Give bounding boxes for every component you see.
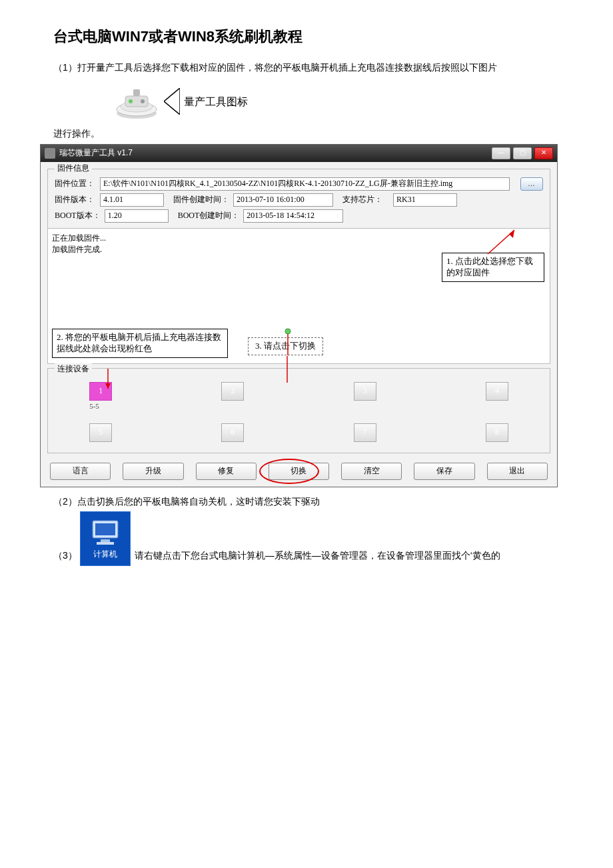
computer-caption: 计算机 (93, 549, 117, 560)
boot-time-label: BOOT创建时间： (178, 210, 240, 221)
production-tool-icon (113, 81, 160, 123)
chip-value: RK31 (393, 193, 457, 207)
svg-point-4 (129, 99, 133, 103)
devices-group: 连接设备 15-5 2 3 4 5 6 7 8 (47, 368, 550, 453)
fw-ver-label: 固件版本： (55, 194, 96, 205)
svg-rect-19 (97, 542, 114, 545)
svg-point-5 (141, 99, 145, 103)
device-slot-3[interactable]: 3 (354, 382, 376, 401)
annotation-2: 2. 将您的平板电脑开机后插上充电器连接数据线此处就会出现粉红色 (52, 329, 228, 358)
computer-icon: 计算机 (80, 511, 131, 566)
device-slot-1[interactable]: 15-5 (89, 382, 112, 410)
boot-ver-value: 1.20 (105, 209, 169, 223)
firmware-info-legend: 固件信息 (55, 163, 92, 174)
app-window: 瑞芯微量产工具 v1.7 — ▢ ✕ 固件信息 固件位置： E:\软件\N101… (40, 144, 558, 487)
browse-button[interactable]: ... (520, 177, 543, 191)
step2: （2）点击切换后您的平板电脑将自动关机，这时请您安装下驱动 (53, 494, 560, 509)
clear-button[interactable]: 清空 (341, 463, 402, 480)
exit-button[interactable]: 退出 (487, 463, 548, 480)
step1-intro: （1）打开量产工具后选择您下载相对应的固件，将您的平板电脑开机插上充电器连接数据… (53, 60, 560, 75)
device-sub: 5-5 (89, 402, 112, 410)
device-slot-2[interactable]: 2 (221, 382, 244, 401)
log-line: 正在加载固件... (52, 233, 546, 244)
language-button[interactable]: 语言 (50, 463, 111, 480)
boot-time-value: 2013-05-18 14:54:12 (243, 209, 343, 223)
switch-button[interactable]: 切换 (269, 463, 329, 480)
arrow-left-icon (164, 88, 180, 117)
titlebar: 瑞芯微量产工具 v1.7 — ▢ ✕ (41, 145, 557, 162)
step1-continue: 进行操作。 (53, 126, 560, 141)
tool-icon-block: 量产工具图标 (113, 81, 560, 123)
step3-prefix: （3） (53, 550, 77, 566)
path-label: 固件位置： (55, 178, 96, 189)
svg-rect-18 (101, 539, 110, 542)
device-slot-8[interactable]: 8 (486, 423, 508, 442)
annotation-1: 1. 点击此处选择您下载的对应固件 (442, 253, 544, 282)
fw-time-value: 2013-07-10 16:01:00 (233, 193, 333, 207)
device-slot-6[interactable]: 6 (221, 423, 244, 442)
devices-legend: 连接设备 (55, 363, 92, 375)
repair-button[interactable]: 修复 (196, 463, 257, 480)
device-slot-7[interactable]: 7 (354, 423, 376, 442)
svg-marker-7 (164, 88, 180, 115)
fw-ver-value: 4.1.01 (100, 193, 164, 207)
chip-label: 支持芯片： (342, 194, 389, 205)
page-title: 台式电脑WIN7或者WIN8系统刷机教程 (53, 27, 560, 47)
svg-point-10 (285, 329, 291, 334)
svg-rect-17 (95, 523, 115, 535)
window-minimize-button[interactable]: — (492, 147, 510, 159)
firmware-path-input[interactable]: E:\软件\N101\N101四核RK_4.1_20130504-ZZ\N101… (100, 177, 510, 191)
firmware-info-group: 固件信息 固件位置： E:\软件\N101\N101四核RK_4.1_20130… (47, 169, 550, 228)
window-title: 瑞芯微量产工具 v1.7 (59, 147, 133, 159)
device-slot-4[interactable]: 4 (486, 382, 508, 401)
device-slot-5[interactable]: 5 (89, 423, 112, 442)
save-button[interactable]: 保存 (414, 463, 474, 480)
log-area: 正在加载固件... 加载固件完成. 1. 点击此处选择您下载的对应固件 2. 将… (47, 228, 550, 364)
upgrade-button[interactable]: 升级 (123, 463, 183, 480)
fw-time-label: 固件创建时间： (173, 194, 229, 205)
annotation-3: 3. 请点击下切换 (248, 337, 323, 355)
window-close-button[interactable]: ✕ (534, 147, 553, 159)
boot-ver-label: BOOT版本： (55, 210, 101, 221)
tool-icon-label: 量产工具图标 (184, 95, 248, 109)
window-maximize-button[interactable]: ▢ (513, 147, 532, 159)
step3-text: 请右键点击下您台式电脑计算机—系统属性—设备管理器，在设备管理器里面找个‘黄色的 (135, 550, 500, 566)
svg-rect-6 (133, 89, 140, 96)
app-icon (45, 148, 55, 159)
